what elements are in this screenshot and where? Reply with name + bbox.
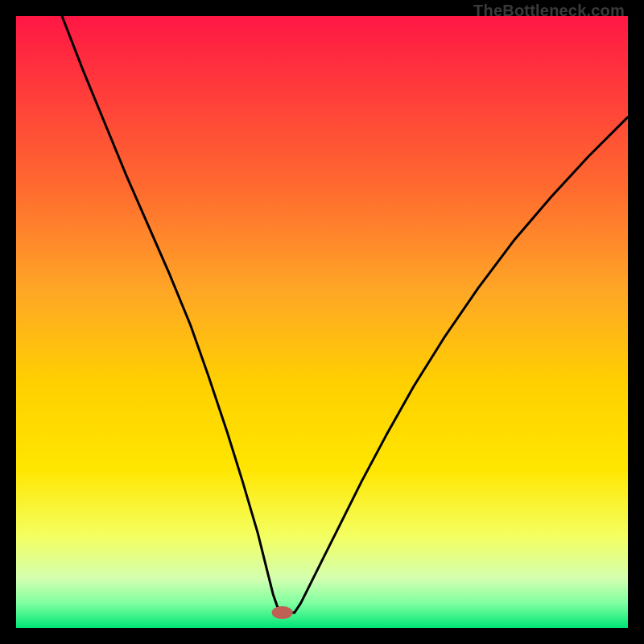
- optimum-marker: [272, 606, 293, 619]
- chart-frame: [16, 16, 628, 628]
- gradient-background: [16, 16, 628, 628]
- bottleneck-chart: [16, 16, 628, 628]
- watermark-text: TheBottleneck.com: [473, 2, 625, 20]
